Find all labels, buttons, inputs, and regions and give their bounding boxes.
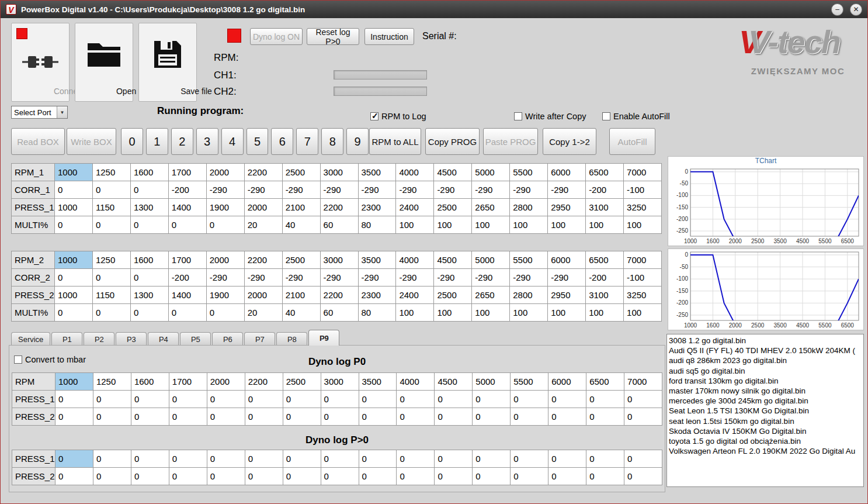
open-file-button[interactable]: Open file	[75, 23, 133, 102]
grid-cell[interactable]: 2400	[396, 286, 434, 304]
grid-cell[interactable]: 0	[93, 391, 131, 408]
grid-cell[interactable]: 100	[624, 216, 662, 234]
tab-p2[interactable]: P2	[84, 332, 114, 346]
grid-cell[interactable]: 3500	[359, 373, 397, 391]
grid-cell[interactable]: 0	[511, 408, 548, 426]
grid-cell[interactable]: 0	[586, 408, 624, 426]
grid-cell[interactable]: 2950	[548, 286, 586, 304]
copy-prog-button[interactable]: Copy PROG	[425, 128, 480, 155]
grid-cell[interactable]: 100	[472, 304, 510, 322]
grid-cell[interactable]: 0	[511, 468, 548, 485]
grid-cell[interactable]: -290	[245, 181, 283, 199]
grid-cell[interactable]: 0	[473, 450, 511, 468]
grid-cell[interactable]: 100	[472, 216, 510, 234]
grid-cell[interactable]: 5000	[472, 251, 510, 269]
grid-cell[interactable]: 4500	[435, 373, 473, 391]
grid-cell[interactable]: 1700	[169, 164, 207, 181]
grid-cell[interactable]: 0	[207, 450, 245, 468]
grid-cell[interactable]: 0	[397, 391, 435, 408]
grid-cell[interactable]: 2200	[245, 251, 283, 269]
grid-cell[interactable]: 6000	[548, 164, 586, 181]
grid-cell[interactable]: -290	[396, 269, 434, 286]
program-button-5[interactable]: 5	[246, 128, 269, 155]
grid-cell[interactable]: 1700	[169, 373, 207, 391]
instruction-button[interactable]: Instruction	[364, 28, 414, 45]
write-after-copy-checkbox[interactable]: Write after Copy	[514, 112, 586, 121]
grid-cell[interactable]: 0	[131, 181, 169, 199]
grid-cell[interactable]: 2400	[396, 199, 434, 216]
program-button-1[interactable]: 1	[146, 128, 168, 155]
grid-cell[interactable]: 0	[207, 408, 245, 426]
tab-service[interactable]: Service	[11, 332, 50, 346]
grid-cell[interactable]: 0	[586, 391, 624, 408]
grid-cell[interactable]: 2200	[321, 199, 359, 216]
grid-cell[interactable]: 0	[283, 450, 321, 468]
grid-cell[interactable]: -290	[510, 181, 548, 199]
grid-cell[interactable]: 2000	[207, 373, 245, 391]
grid-cell[interactable]: -290	[548, 269, 586, 286]
grid-cell[interactable]: 0	[283, 391, 321, 408]
rpm-to-log-checkbox[interactable]: RPM to Log	[370, 112, 426, 121]
grid-cell[interactable]: 5500	[511, 373, 548, 391]
grid-cell[interactable]: -200	[586, 269, 624, 286]
reset-log-button[interactable]: Reset log P>0	[307, 28, 359, 45]
tab-p3[interactable]: P3	[116, 332, 147, 346]
grid-cell[interactable]: 0	[93, 269, 131, 286]
grid-cell[interactable]: 0	[169, 216, 207, 234]
grid-cell[interactable]: 2500	[283, 164, 321, 181]
grid-cell[interactable]: 0	[435, 450, 473, 468]
grid-cell[interactable]: 5500	[510, 251, 548, 269]
grid-cell[interactable]: 2200	[245, 373, 283, 391]
grid-cell[interactable]: 100	[624, 304, 662, 322]
tab-p8[interactable]: P8	[276, 332, 307, 346]
grid-cell[interactable]: 2300	[359, 286, 397, 304]
program-button-6[interactable]: 6	[271, 128, 293, 155]
grid-cell[interactable]: 0	[207, 391, 245, 408]
grid-cell[interactable]: 1000	[55, 373, 93, 391]
grid-cell[interactable]: 20	[245, 216, 283, 234]
grid-cell[interactable]: -100	[624, 269, 662, 286]
grid-cell[interactable]: 1400	[169, 199, 207, 216]
grid-cell[interactable]: 0	[131, 450, 169, 468]
file-list-item[interactable]: Audi Q5 II (FY FL) 40 TDI MHEV 2.0 150kW…	[667, 346, 863, 355]
grid-cell[interactable]: 0	[245, 408, 283, 426]
grid-cell[interactable]: -290	[283, 269, 321, 286]
grid-cell[interactable]: 2500	[434, 286, 472, 304]
grid-cell[interactable]: 0	[548, 450, 586, 468]
tab-p6[interactable]: P6	[212, 332, 243, 346]
grid-cell[interactable]: 0	[397, 468, 435, 485]
select-port-dropdown[interactable]: Select Port ▼	[11, 106, 68, 119]
grid-cell[interactable]: 2800	[510, 286, 548, 304]
grid-cell[interactable]: 2100	[283, 199, 321, 216]
grid-cell[interactable]: 80	[359, 216, 397, 234]
grid-cell[interactable]: 0	[624, 450, 662, 468]
grid-cell[interactable]: 2100	[283, 286, 321, 304]
grid-cell[interactable]: 0	[473, 391, 511, 408]
grid-cell[interactable]: -290	[359, 269, 397, 286]
grid-cell[interactable]: 0	[624, 468, 662, 485]
grid-cell[interactable]: 60	[321, 216, 359, 234]
grid-cell[interactable]: 3000	[321, 251, 359, 269]
grid-cell[interactable]: 1900	[207, 199, 245, 216]
grid-cell[interactable]: 7000	[624, 373, 662, 391]
grid-cell[interactable]: 40	[283, 216, 321, 234]
minimize-button[interactable]: –	[831, 4, 843, 16]
file-list-item[interactable]: audi sq5 go digital.bin	[667, 366, 863, 376]
grid-cell[interactable]: 0	[55, 408, 93, 426]
grid-cell[interactable]: 0	[359, 408, 397, 426]
grid-cell[interactable]: 4000	[397, 373, 435, 391]
grid-cell[interactable]: 0	[548, 468, 586, 485]
grid-cell[interactable]: 0	[55, 269, 93, 286]
grid-cell[interactable]: 1000	[55, 199, 93, 216]
grid-cell[interactable]: 0	[359, 450, 397, 468]
program-button-7[interactable]: 7	[296, 128, 318, 155]
grid-cell[interactable]: 0	[511, 391, 548, 408]
grid-cell[interactable]: 3250	[624, 199, 662, 216]
grid-cell[interactable]: 0	[624, 408, 662, 426]
file-list-item[interactable]: mercedes gle 300d 245km go digital.bin	[667, 396, 863, 406]
grid-cell[interactable]: 0	[93, 304, 131, 322]
grid-cell[interactable]: 40	[283, 304, 321, 322]
grid-cell[interactable]: 20	[245, 304, 283, 322]
file-list-item[interactable]: Volkswagen Arteon FL 2.0 190KM 2022 Go D…	[667, 446, 863, 456]
grid-cell[interactable]: 0	[321, 391, 359, 408]
